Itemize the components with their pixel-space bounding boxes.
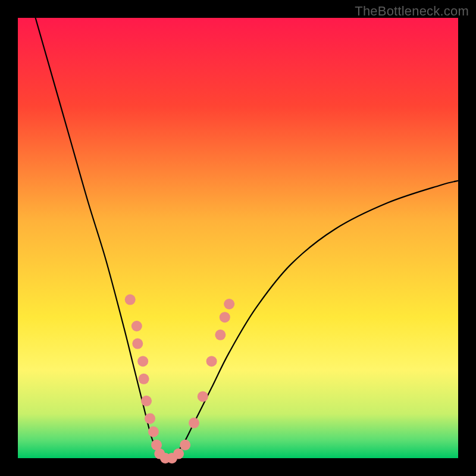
sample-dot xyxy=(198,391,208,402)
plot-background xyxy=(18,18,458,458)
sample-dot xyxy=(220,312,230,322)
watermark-text: TheBottleneck.com xyxy=(355,4,469,19)
sample-dot xyxy=(148,427,159,437)
sample-dot xyxy=(180,440,190,450)
sample-dot xyxy=(224,299,234,309)
sample-dot xyxy=(145,413,155,424)
sample-dot xyxy=(137,356,148,367)
sample-dot xyxy=(139,374,149,384)
sample-dot xyxy=(131,321,142,331)
bottleneck-chart xyxy=(0,0,476,476)
sample-dot xyxy=(141,396,152,406)
sample-dot xyxy=(173,449,184,459)
sample-dot xyxy=(215,330,226,340)
sample-dot xyxy=(189,418,199,428)
chart-frame: TheBottleneck.com xyxy=(0,0,476,476)
sample-dot xyxy=(132,339,143,349)
sample-dot xyxy=(125,295,136,305)
sample-dot xyxy=(206,356,217,367)
